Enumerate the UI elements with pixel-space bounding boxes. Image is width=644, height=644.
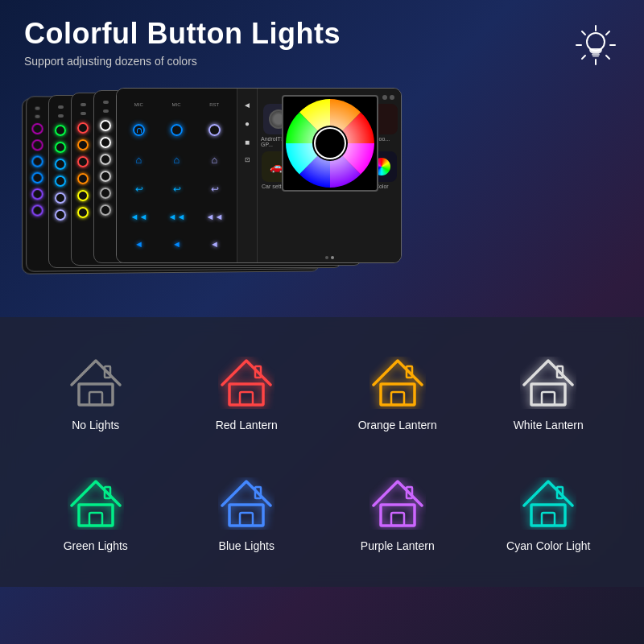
lights-grid: No Lights Red Lantern Orange Lantern Whi… [24, 341, 620, 567]
header-left: Colorful Button Lights Support adjusting… [24, 18, 341, 68]
light-label-orange-lantern: Orange Lantern [358, 419, 437, 431]
devices-container: MICMICRST ⌂ ⌂ ⌂ [16, 76, 628, 309]
svg-point-8 [587, 33, 605, 51]
house-icon-white-lantern [520, 357, 576, 409]
svg-rect-22 [381, 384, 415, 405]
svg-rect-19 [229, 384, 263, 405]
light-label-green-lights: Green Lights [64, 539, 128, 552]
svg-rect-34 [381, 505, 415, 526]
light-label-red-lantern: Red Lantern [216, 419, 278, 431]
house-icon-blue-lights [218, 477, 275, 530]
svg-rect-38 [542, 513, 555, 526]
svg-line-4 [582, 31, 585, 35]
lights-section: No Lights Red Lantern Orange Lantern Whi… [0, 317, 644, 587]
light-item-green-lights[interactable]: Green Lights [24, 462, 167, 567]
svg-rect-16 [79, 384, 113, 405]
house-icon-purple-lantern [369, 477, 426, 530]
bulb-icon [572, 21, 620, 69]
light-label-no-lights: No Lights [72, 419, 119, 431]
svg-rect-26 [542, 392, 555, 405]
light-item-orange-lantern[interactable]: Orange Lantern [326, 341, 469, 446]
svg-line-6 [606, 31, 609, 35]
light-label-purple-lantern: Purple Lantern [361, 539, 435, 552]
house-icon-green-lights [68, 477, 124, 530]
svg-rect-10 [592, 56, 599, 57]
svg-line-7 [582, 56, 585, 59]
svg-rect-17 [89, 392, 102, 405]
light-item-cyan-color-light[interactable]: Cyan Color Light [477, 462, 621, 567]
light-item-no-lights[interactable]: No Lights [24, 341, 167, 446]
page-title: Colorful Button Lights [24, 18, 341, 50]
svg-line-5 [606, 56, 609, 59]
svg-rect-9 [592, 53, 600, 56]
svg-rect-31 [229, 505, 263, 526]
svg-rect-28 [79, 505, 113, 526]
light-item-red-lantern[interactable]: Red Lantern [175, 341, 319, 446]
light-label-blue-lights: Blue Lights [219, 539, 275, 552]
light-label-white-lantern: White Lantern [514, 419, 584, 431]
house-icon-red-lantern [218, 357, 275, 409]
header: Colorful Button Lights Support adjusting… [0, 0, 644, 76]
light-item-white-lantern[interactable]: White Lantern [477, 341, 621, 446]
svg-rect-35 [391, 513, 404, 526]
svg-rect-29 [89, 513, 102, 526]
device-area: MICMICRST ⌂ ⌂ ⌂ [0, 76, 644, 309]
svg-rect-25 [531, 384, 565, 405]
stacked-devices: MICMICRST ⌂ ⌂ ⌂ [24, 88, 354, 297]
svg-rect-23 [391, 392, 404, 405]
house-icon-no-lights [68, 357, 124, 409]
light-label-cyan-color-light: Cyan Color Light [506, 539, 590, 552]
svg-point-15 [316, 129, 345, 158]
svg-rect-20 [240, 392, 253, 405]
light-item-blue-lights[interactable]: Blue Lights [175, 462, 319, 567]
page-subtitle: Support adjusting dozens of colors [24, 55, 341, 68]
house-icon-cyan-color-light [520, 477, 576, 530]
light-item-purple-lantern[interactable]: Purple Lantern [326, 462, 469, 567]
house-icon-orange-lantern [369, 357, 426, 409]
svg-rect-37 [531, 505, 565, 526]
svg-rect-32 [240, 513, 253, 526]
